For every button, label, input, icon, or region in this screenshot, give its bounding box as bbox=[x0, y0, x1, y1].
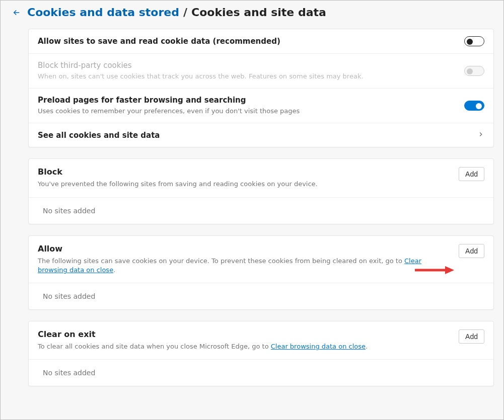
block-third-party-title: Block third-party cookies bbox=[38, 61, 454, 70]
settings-card: Allow sites to save and read cookie data… bbox=[28, 29, 494, 147]
allow-card: Allow The following sites can save cooki… bbox=[28, 235, 494, 310]
allow-title: Allow bbox=[38, 244, 449, 254]
breadcrumb-parent-link[interactable]: Cookies and data stored bbox=[27, 6, 179, 19]
breadcrumb: Cookies and data stored / Cookies and si… bbox=[12, 6, 494, 19]
preload-row: Preload pages for faster browsing and se… bbox=[29, 88, 493, 123]
clear-card: Clear on exit To clear all cookies and s… bbox=[28, 321, 494, 386]
clear-desc: To clear all cookies and site data when … bbox=[38, 342, 449, 351]
clear-desc-pre: To clear all cookies and site data when … bbox=[38, 343, 271, 350]
preload-toggle[interactable] bbox=[464, 101, 484, 111]
allow-cookies-title: Allow sites to save and read cookie data… bbox=[38, 37, 454, 46]
block-desc: You've prevented the following sites fro… bbox=[38, 180, 449, 189]
preload-title: Preload pages for faster browsing and se… bbox=[38, 96, 454, 105]
chevron-right-icon bbox=[477, 130, 484, 140]
clear-desc-link[interactable]: Clear browsing data on close bbox=[271, 343, 366, 350]
allow-desc-pre: The following sites can save cookies on … bbox=[38, 257, 404, 265]
allow-empty: No sites added bbox=[29, 283, 493, 309]
block-third-party-toggle bbox=[464, 66, 484, 76]
allow-desc: The following sites can save cookies on … bbox=[38, 257, 449, 275]
block-third-party-desc: When on, sites can't use cookies that tr… bbox=[38, 72, 454, 81]
clear-add-button[interactable]: Add bbox=[459, 329, 484, 344]
block-title: Block bbox=[38, 167, 449, 177]
block-third-party-row: Block third-party cookies When on, sites… bbox=[29, 53, 493, 88]
allow-cookies-row: Allow sites to save and read cookie data… bbox=[29, 29, 493, 53]
breadcrumb-current: Cookies and site data bbox=[191, 6, 326, 19]
block-card: Block You've prevented the following sit… bbox=[28, 158, 494, 224]
see-all-row[interactable]: See all cookies and site data bbox=[29, 123, 493, 147]
block-add-button[interactable]: Add bbox=[459, 167, 484, 181]
clear-title: Clear on exit bbox=[38, 329, 449, 339]
preload-desc: Uses cookies to remember your preference… bbox=[38, 107, 454, 116]
clear-empty: No sites added bbox=[29, 359, 493, 386]
clear-desc-post: . bbox=[366, 343, 368, 350]
allow-cookies-toggle[interactable] bbox=[464, 36, 484, 46]
allow-add-button[interactable]: Add bbox=[459, 244, 484, 258]
allow-desc-post: . bbox=[113, 266, 115, 274]
breadcrumb-separator: / bbox=[183, 6, 187, 19]
see-all-title: See all cookies and site data bbox=[38, 131, 467, 140]
back-arrow-icon[interactable] bbox=[12, 8, 21, 17]
block-empty: No sites added bbox=[29, 197, 493, 224]
